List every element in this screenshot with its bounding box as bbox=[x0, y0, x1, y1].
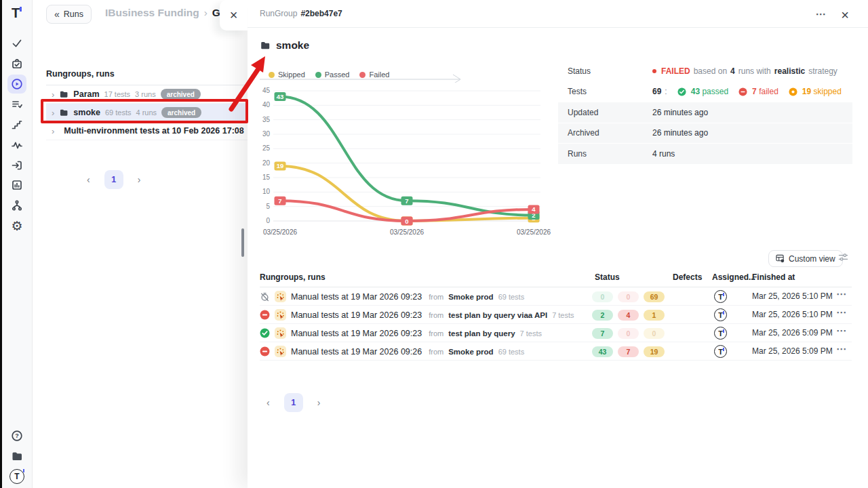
failed-status-icon bbox=[260, 310, 270, 320]
failed-pill: 0 bbox=[618, 328, 639, 340]
skipped-pill: 69 bbox=[644, 291, 665, 303]
analytics-icon[interactable] bbox=[7, 176, 26, 195]
runs-play-icon[interactable] bbox=[7, 75, 26, 94]
tasks-icon[interactable] bbox=[7, 54, 26, 73]
folder-icon bbox=[260, 40, 271, 51]
skipped-pill: 19 bbox=[644, 346, 665, 358]
row-menu-icon[interactable] bbox=[836, 288, 846, 300]
custom-view-button[interactable]: Custom view bbox=[768, 250, 843, 267]
page-number[interactable]: 1 bbox=[284, 393, 303, 412]
breadcrumb-project[interactable]: IBusiness Funding bbox=[105, 7, 199, 18]
import-icon[interactable] bbox=[7, 156, 26, 175]
app-logo[interactable]: T bbox=[12, 5, 20, 21]
list-item-smoke[interactable]: smoke 69 tests 4 runs archived bbox=[46, 104, 248, 122]
assignee-avatar: T bbox=[714, 345, 727, 358]
test-plans-icon[interactable] bbox=[7, 95, 26, 114]
run-row[interactable]: Manual tests at 19 Mar 2026 09:23 from t… bbox=[260, 324, 852, 342]
manual-run-icon bbox=[275, 327, 286, 339]
legend-item-failed[interactable]: Failed bbox=[359, 70, 389, 79]
legend-dot bbox=[269, 72, 275, 78]
chevron-right-icon[interactable] bbox=[52, 88, 54, 100]
scrollbar-thumb[interactable] bbox=[241, 228, 244, 257]
drawer-kind: RunGroup bbox=[260, 9, 297, 18]
filter-sliders-icon[interactable] bbox=[838, 252, 848, 265]
folder-icon bbox=[59, 89, 68, 99]
legend-dot bbox=[315, 72, 321, 78]
manual-run-icon bbox=[275, 291, 286, 302]
runs-table: Rungroups, runs Status Defects Assigned.… bbox=[260, 270, 852, 361]
assignee-avatar: T bbox=[714, 290, 727, 303]
failed-pill: 0 bbox=[618, 291, 639, 303]
branches-icon[interactable] bbox=[7, 196, 26, 215]
assignee-avatar: T bbox=[714, 327, 727, 340]
next-page-icon[interactable] bbox=[315, 394, 323, 411]
drawer-header: RunGroup #2beb47e7 bbox=[248, 0, 868, 28]
svg-text:4: 4 bbox=[532, 205, 536, 213]
chevron-right-icon[interactable] bbox=[52, 125, 54, 137]
timer-off-icon bbox=[260, 291, 270, 302]
svg-text:?: ? bbox=[15, 432, 19, 439]
page-number[interactable]: 1 bbox=[104, 170, 123, 189]
rungroup-tests: 69 tests bbox=[105, 108, 132, 117]
passed-check-icon bbox=[677, 87, 686, 96]
screen-edge bbox=[0, 0, 2, 488]
legend-item-passed[interactable]: Passed bbox=[315, 70, 350, 79]
settings-gear-icon[interactable]: ⚙ bbox=[7, 216, 26, 235]
row-menu-icon[interactable] bbox=[836, 343, 846, 355]
finished-at: Mar 25, 2026 5:10 PM bbox=[752, 291, 833, 301]
svg-text:15: 15 bbox=[262, 174, 271, 181]
svg-text:03/25/2026: 03/25/2026 bbox=[390, 228, 424, 236]
svg-text:25: 25 bbox=[262, 144, 271, 152]
svg-text:43: 43 bbox=[277, 93, 284, 100]
check-icon[interactable] bbox=[7, 34, 26, 53]
prev-page-icon[interactable] bbox=[264, 394, 273, 411]
rungroup-name: smoke bbox=[73, 108, 100, 117]
run-row[interactable]: Manual tests at 19 Mar 2026 09:23 from t… bbox=[260, 306, 852, 324]
detail-row-archived: Archived 26 minutes ago bbox=[558, 123, 852, 144]
archived-badge: archived bbox=[161, 107, 201, 118]
next-page-icon[interactable] bbox=[135, 171, 144, 188]
rungroup-name: Multi-environment tests at 10 Feb 2026 1… bbox=[64, 126, 243, 136]
run-trend-chart: 05101520253035404503/25/202603/25/202603… bbox=[256, 85, 554, 243]
table-gear-icon bbox=[776, 254, 785, 263]
account-avatar[interactable]: T bbox=[7, 467, 26, 486]
passed-pill: 0 bbox=[592, 291, 613, 303]
status-value: FAILED bbox=[661, 66, 690, 76]
runs-value: 4 runs bbox=[652, 149, 675, 159]
projects-folder-icon[interactable] bbox=[7, 447, 26, 466]
legend-item-skipped[interactable]: Skipped bbox=[269, 70, 305, 79]
svg-text:03/25/2026: 03/25/2026 bbox=[517, 228, 551, 236]
list-item-param[interactable]: Param 17 tests 3 runs archived bbox=[46, 85, 248, 104]
left-pagination: 1 bbox=[84, 170, 143, 189]
archived-value: 26 minutes ago bbox=[652, 128, 708, 138]
steps-icon[interactable] bbox=[7, 115, 26, 134]
row-menu-icon[interactable] bbox=[836, 325, 846, 337]
run-row[interactable]: Manual tests at 19 Mar 2026 09:23 from S… bbox=[260, 287, 852, 306]
runs-table-header: Rungroups, runs Status Defects Assigned.… bbox=[260, 270, 852, 287]
main-panel: Runs IBusiness Funding›Gro Rungroups, ru… bbox=[33, 0, 248, 488]
icon-sidebar: ⚙ ? T bbox=[2, 0, 33, 488]
svg-text:0: 0 bbox=[405, 218, 408, 225]
failed-pill: 7 bbox=[618, 346, 639, 358]
svg-text:45: 45 bbox=[262, 87, 271, 94]
help-icon[interactable]: ? bbox=[7, 426, 26, 445]
detail-row-tests: Tests 69 : 43 passed 7 failed 19 skipped bbox=[558, 82, 852, 103]
prev-page-icon[interactable] bbox=[84, 171, 93, 188]
pulse-icon[interactable] bbox=[7, 136, 26, 155]
chevron-right-icon[interactable] bbox=[52, 106, 54, 119]
folder-icon bbox=[59, 108, 68, 117]
run-row[interactable]: Manual tests at 19 Mar 2026 09:26 from S… bbox=[260, 342, 852, 361]
legend-dot bbox=[359, 72, 366, 78]
row-menu-icon[interactable] bbox=[836, 306, 846, 319]
finished-at: Mar 25, 2026 5:10 PM bbox=[752, 310, 833, 319]
detail-row-status: Status FAILED based on 4 runs with reali… bbox=[558, 61, 852, 82]
drawer-close-tab[interactable] bbox=[220, 0, 248, 30]
app: ⚙ ? T Runs IBusiness Funding›Gro Rungrou… bbox=[0, 0, 868, 488]
back-to-runs-button[interactable]: Runs bbox=[46, 5, 92, 24]
svg-text:7: 7 bbox=[278, 197, 281, 205]
assignee-avatar: T bbox=[714, 308, 727, 321]
drawer-close-button[interactable] bbox=[837, 7, 853, 23]
list-item-multi-environment[interactable]: Multi-environment tests at 10 Feb 2026 1… bbox=[46, 122, 248, 140]
chart-legend: Skipped Passed Failed bbox=[269, 70, 389, 79]
drawer-menu-button[interactable] bbox=[812, 6, 829, 22]
